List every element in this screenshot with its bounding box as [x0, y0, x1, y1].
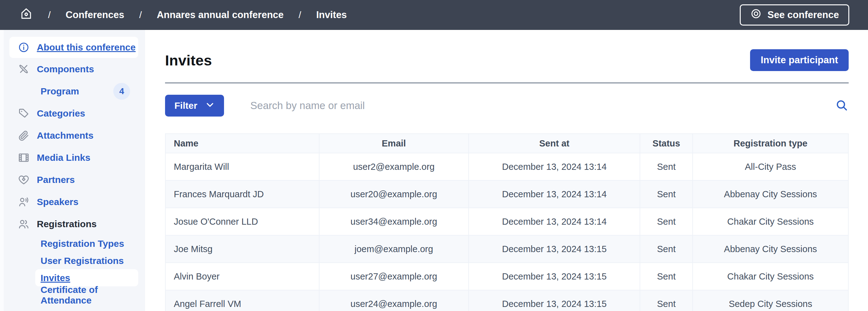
cell-status: Sent [640, 263, 693, 290]
breadcrumb-items: /Conferences/Annares annual conference/I… [48, 9, 347, 21]
sidebar-item-attachments[interactable]: Attachments [0, 124, 145, 146]
cell-registration-type: Abbenay City Sessions [693, 180, 848, 208]
chevron-down-icon [205, 100, 215, 111]
sidebar-item-label: Attachments [37, 130, 94, 141]
cell-registration-type: Chakar City Sessions [693, 208, 848, 235]
cell-sent-at: December 13, 2024 13:14 [469, 180, 640, 208]
cell-email: user34@example.org [319, 208, 469, 235]
cell-registration-type: Abbenay City Sessions [693, 235, 848, 263]
column-header-registration-type: Registration type [693, 134, 848, 153]
table-row: Alvin Boyeruser27@example.orgDecember 13… [165, 263, 848, 290]
count-badge: 4 [113, 83, 130, 100]
top-navbar: /Conferences/Annares annual conference/I… [0, 0, 868, 30]
sidebar-item-label: User Registrations [40, 255, 124, 266]
table-row: Josue O'Conner LLDuser34@example.orgDece… [165, 208, 848, 235]
sidebar-item-registration-types[interactable]: Registration Types [0, 235, 145, 252]
title-divider [165, 82, 849, 83]
table-row: Joe Mitsgjoem@example.orgDecember 13, 20… [165, 235, 848, 263]
sidebar-item-label: About this conference [37, 42, 136, 53]
sidebar-item-about-this-conference[interactable]: About this conference [9, 37, 138, 58]
cell-email: joem@example.org [319, 235, 469, 263]
home-link[interactable] [19, 7, 33, 23]
sidebar-item-label: Registrations [37, 219, 97, 229]
table-row: Margarita Willuser2@example.orgDecember … [165, 153, 848, 180]
tag-icon [18, 107, 30, 120]
sidebar-item-invites[interactable]: Invites [35, 269, 138, 286]
cell-email: user24@example.org [319, 290, 469, 311]
cell-sent-at: December 13, 2024 13:15 [469, 290, 640, 311]
cell-status: Sent [640, 180, 693, 208]
breadcrumb-separator: / [48, 10, 51, 20]
home-gear-icon [19, 7, 33, 23]
breadcrumb-item-invites: Invites [316, 9, 347, 21]
sidebar-item-user-registrations[interactable]: User Registrations [0, 252, 145, 269]
sidebar-item-label: Media Links [37, 152, 91, 163]
sidebar-item-categories[interactable]: Categories [0, 102, 145, 124]
sidebar-item-registrations: Registrations [0, 213, 145, 235]
cell-sent-at: December 13, 2024 13:14 [469, 208, 640, 235]
column-header-name: Name [165, 134, 319, 153]
sidebar: About this conferenceComponentsProgram4C… [0, 30, 145, 311]
cell-name: Margarita Will [165, 153, 319, 180]
search-input[interactable] [250, 99, 826, 112]
sidebar-item-components[interactable]: Components [0, 58, 145, 80]
sidebar-item-label: Certificate of Attendance [40, 284, 145, 306]
cell-name: Alvin Boyer [165, 263, 319, 290]
breadcrumb: /Conferences/Annares annual conference/I… [19, 7, 347, 23]
cell-status: Sent [640, 290, 693, 311]
table-row: Angel Farrell VMuser24@example.orgDecemb… [165, 290, 848, 311]
cell-status: Sent [640, 153, 693, 180]
sidebar-item-media-links[interactable]: Media Links [0, 146, 145, 169]
page-title: Invites [165, 52, 212, 69]
handshake-icon [18, 174, 30, 186]
cell-email: user20@example.org [319, 180, 469, 208]
breadcrumb-separator: / [139, 10, 142, 20]
cell-sent-at: December 13, 2024 13:15 [469, 235, 640, 263]
table-row: Frances Marquardt JDuser20@example.orgDe… [165, 180, 848, 208]
cell-name: Frances Marquardt JD [165, 180, 319, 208]
breadcrumb-item-annares-annual-conference[interactable]: Annares annual conference [157, 9, 284, 21]
see-conference-button[interactable]: See conference [740, 4, 849, 26]
cell-registration-type: Sedep City Sessions [693, 290, 848, 311]
cell-name: Joe Mitsg [165, 235, 319, 263]
breadcrumb-separator: / [299, 10, 301, 20]
column-header-status: Status [640, 134, 693, 153]
sidebar-item-label: Components [37, 64, 94, 74]
breadcrumb-item-conferences[interactable]: Conferences [65, 9, 124, 21]
column-header-sent-at: Sent at [469, 134, 640, 153]
invites-table-wrap: NameEmailSent atStatusRegistration type … [165, 133, 849, 311]
sidebar-item-label: Registration Types [40, 238, 124, 249]
cell-sent-at: December 13, 2024 13:15 [469, 263, 640, 290]
cell-sent-at: December 13, 2024 13:14 [469, 153, 640, 180]
filter-button-label: Filter [175, 100, 197, 111]
filter-row: Filter [165, 95, 849, 116]
filter-button[interactable]: Filter [165, 95, 224, 116]
users-icon [18, 218, 30, 230]
cell-email: user27@example.org [319, 263, 469, 290]
film-icon [18, 151, 30, 164]
invite-participant-button[interactable]: Invite participant [750, 49, 849, 71]
sidebar-item-speakers[interactable]: Speakers [0, 191, 145, 213]
cell-status: Sent [640, 235, 693, 263]
cell-name: Angel Farrell VM [165, 290, 319, 311]
search-submit-button[interactable] [835, 99, 849, 113]
cell-name: Josue O'Conner LLD [165, 208, 319, 235]
speaker-icon [18, 196, 30, 208]
sidebar-item-label: Program [40, 86, 79, 97]
main-content: Invites Invite participant Filter [145, 30, 868, 311]
sidebar-item-label: Categories [37, 108, 85, 119]
search-icon [835, 99, 849, 113]
see-conference-label: See conference [768, 9, 839, 21]
cell-status: Sent [640, 208, 693, 235]
sidebar-item-partners[interactable]: Partners [0, 169, 145, 191]
cell-registration-type: Chakar City Sessions [693, 263, 848, 290]
sidebar-item-certificate-of-attendance[interactable]: Certificate of Attendance [0, 286, 145, 304]
cell-registration-type: All-City Pass [693, 153, 848, 180]
cell-email: user2@example.org [319, 153, 469, 180]
sidebar-item-program[interactable]: Program4 [0, 80, 145, 102]
tools-icon [18, 63, 30, 75]
paperclip-icon [18, 129, 30, 142]
sidebar-item-label: Invites [40, 273, 70, 283]
column-header-email: Email [319, 134, 469, 153]
eye-icon [750, 8, 762, 22]
